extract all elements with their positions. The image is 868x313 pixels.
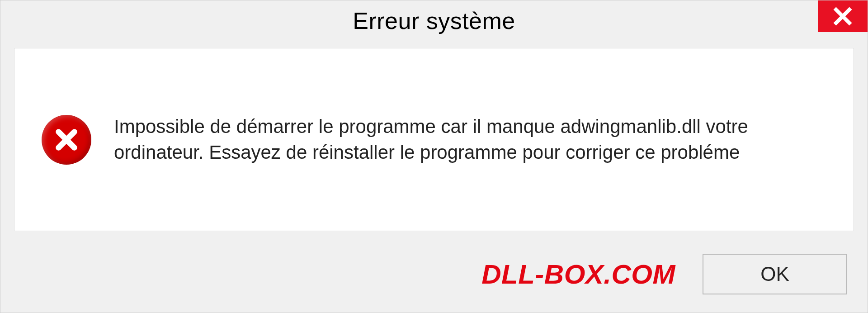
error-message: Impossible de démarrer le programme car … — [114, 114, 826, 165]
error-dialog: Erreur système Impossible de démarrer le… — [0, 0, 868, 313]
error-icon — [42, 115, 91, 165]
titlebar: Erreur système — [0, 0, 868, 41]
dialog-title: Erreur système — [353, 7, 515, 34]
close-icon — [833, 6, 853, 26]
close-button[interactable] — [818, 0, 868, 32]
watermark-text: DLL-BOX.COM — [481, 259, 675, 290]
content-panel: Impossible de démarrer le programme car … — [14, 48, 854, 231]
dialog-footer: DLL-BOX.COM OK — [0, 242, 868, 313]
ok-button[interactable]: OK — [703, 254, 847, 294]
